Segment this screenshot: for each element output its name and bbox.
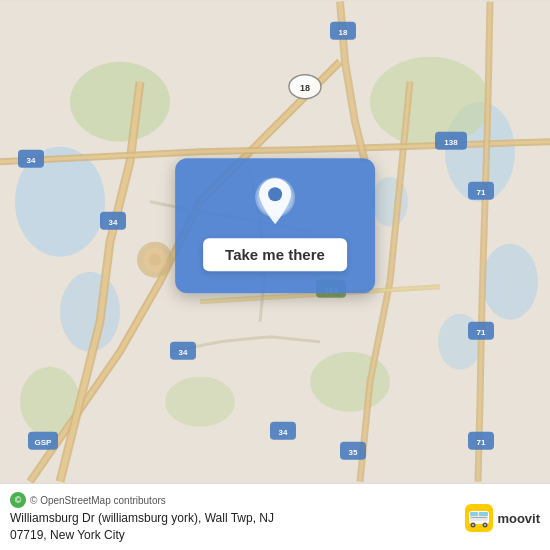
svg-point-8 — [370, 57, 490, 147]
svg-point-7 — [70, 62, 170, 142]
bottom-bar: © © OpenStreetMap contributors Williamsb… — [0, 483, 550, 550]
moovit-brand-text: moovit — [497, 511, 540, 526]
svg-rect-53 — [471, 517, 487, 518]
map-container: 34 34 34 34 18 18 138 71 71 71 — [0, 0, 550, 483]
svg-point-43 — [268, 187, 282, 201]
take-me-there-button[interactable]: Take me there — [203, 238, 347, 271]
bottom-left-info: © © OpenStreetMap contributors Williamsb… — [10, 492, 455, 544]
svg-text:34: 34 — [27, 156, 36, 165]
svg-text:138: 138 — [444, 138, 458, 147]
svg-text:34: 34 — [109, 218, 118, 227]
address-line1: Williamsburg Dr (williamsburg york), Wal… — [10, 511, 274, 525]
svg-text:18: 18 — [339, 28, 348, 37]
svg-point-9 — [310, 352, 390, 412]
svg-text:18: 18 — [300, 83, 310, 93]
osm-logo: © — [10, 492, 26, 508]
svg-text:34: 34 — [279, 428, 288, 437]
svg-text:35: 35 — [349, 448, 358, 457]
osm-attribution-text: © OpenStreetMap contributors — [30, 495, 166, 506]
address-line2: 07719, New York City — [10, 528, 125, 542]
osm-attribution: © © OpenStreetMap contributors — [10, 492, 455, 508]
svg-point-50 — [472, 524, 474, 526]
svg-point-14 — [149, 254, 161, 266]
svg-rect-48 — [479, 512, 488, 516]
map-pin-icon — [254, 176, 296, 228]
address-text: Williamsburg Dr (williamsburg york), Wal… — [10, 510, 455, 544]
svg-point-4 — [482, 244, 538, 320]
location-card: Take me there — [175, 158, 375, 293]
svg-text:71: 71 — [477, 328, 486, 337]
svg-text:71: 71 — [477, 438, 486, 447]
svg-text:71: 71 — [477, 188, 486, 197]
svg-point-10 — [165, 377, 235, 427]
moovit-bus-icon — [465, 504, 493, 532]
svg-text:GSP: GSP — [35, 438, 53, 447]
svg-rect-47 — [470, 512, 478, 516]
svg-text:34: 34 — [179, 348, 188, 357]
moovit-logo: moovit — [465, 504, 540, 532]
svg-point-52 — [484, 524, 486, 526]
svg-point-2 — [60, 272, 120, 352]
app: 34 34 34 34 18 18 138 71 71 71 — [0, 0, 550, 550]
